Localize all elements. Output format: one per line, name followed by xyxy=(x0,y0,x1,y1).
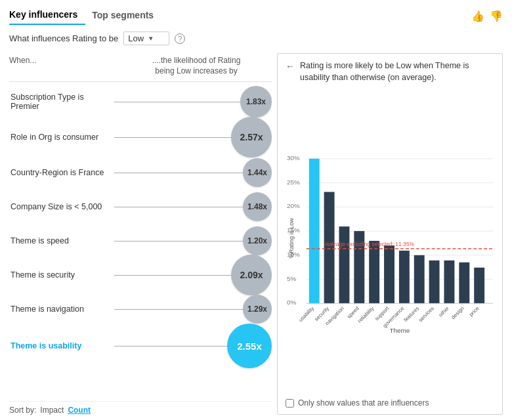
svg-text:0%: 0% xyxy=(287,299,297,306)
chevron-down-icon: ▾ xyxy=(149,34,153,43)
bar-other[interactable] xyxy=(444,261,454,304)
right-panel: ← Rating is more likely to be Low when T… xyxy=(277,53,503,415)
influencer-bubble: 2.09x xyxy=(231,255,272,295)
arrow-line xyxy=(114,173,243,173)
table-row[interactable]: Company Size is < 5,000 1.48x xyxy=(9,190,272,224)
filter-value: Low xyxy=(128,33,144,43)
svg-text:20%: 20% xyxy=(287,202,300,209)
svg-text:25%: 25% xyxy=(287,178,300,186)
sort-impact[interactable]: Impact xyxy=(40,406,64,415)
table-row[interactable]: Theme is navigation 1.29x xyxy=(9,292,272,326)
arrow-line xyxy=(114,346,227,346)
x-label-services: services xyxy=(417,305,435,323)
table-row[interactable]: Theme is security 2.09x xyxy=(9,258,272,292)
influencer-arrow-area: 1.83x xyxy=(114,89,272,115)
influencer-label: Theme is security xyxy=(9,270,114,280)
influencers-only-checkbox[interactable] xyxy=(286,399,294,408)
bar-chart-container: 30% 25% 20% 15% 10% 5% 0% %Rating is Low xyxy=(286,90,494,393)
x-label-price: price xyxy=(468,305,480,318)
bar-reliability[interactable] xyxy=(369,241,379,303)
svg-text:%Rating is Low: %Rating is Low xyxy=(288,218,295,259)
sort-count[interactable]: Count xyxy=(68,406,91,415)
influencer-label: Country-Region is France xyxy=(9,168,114,177)
bar-support[interactable] xyxy=(384,245,395,303)
table-row[interactable]: Subscription Type is Premier 1.83x xyxy=(9,85,272,119)
arrow-line xyxy=(114,275,231,276)
left-panel: When... ....the likelihood of Ratingbein… xyxy=(9,53,272,415)
col-when-header: When... xyxy=(9,56,121,76)
influencer-label: Theme is speed xyxy=(9,236,114,245)
back-arrow-icon[interactable]: ← xyxy=(286,61,295,72)
table-row[interactable]: Theme is speed 1.20x xyxy=(9,224,272,258)
influencer-arrow-area: 1.44x xyxy=(114,159,272,186)
influencer-list: Subscription Type is Premier 1.83x Role … xyxy=(9,85,272,398)
right-panel-title: Rating is more likely to be Low when The… xyxy=(300,60,494,83)
influencer-arrow-area: 1.48x xyxy=(114,194,272,220)
col-likelihood-header: ....the likelihood of Ratingbeing Low in… xyxy=(121,56,272,76)
arrow-line xyxy=(114,102,240,102)
arrow-line xyxy=(114,309,243,310)
bar-chart-svg: 30% 25% 20% 15% 10% 5% 0% %Rating is Low xyxy=(286,90,494,393)
table-row[interactable]: Theme is usability 2.55x xyxy=(9,326,272,366)
x-label-usability: usability xyxy=(297,305,315,323)
influencer-label: Role in Org is consumer xyxy=(9,133,114,142)
svg-text:5%: 5% xyxy=(287,275,297,282)
bar-security[interactable] xyxy=(324,192,335,303)
influencer-label: Subscription Type is Premier xyxy=(9,93,114,111)
bar-services[interactable] xyxy=(429,261,440,304)
influencer-bubble: 2.57x xyxy=(231,117,272,158)
influencer-arrow-area: 2.09x xyxy=(114,262,272,288)
table-row[interactable]: Country-Region is France 1.44x xyxy=(9,156,272,190)
influencer-bubble: 1.48x xyxy=(243,192,272,221)
bar-design[interactable] xyxy=(459,262,469,304)
average-line-label: Average excluding selected: 11.35% xyxy=(325,241,415,247)
x-label-reliability: reliability xyxy=(356,305,375,324)
arrow-line xyxy=(114,207,243,207)
tab-actions: 👍 👎 xyxy=(471,10,503,22)
x-axis-title: Theme xyxy=(389,327,410,334)
bar-navigation[interactable] xyxy=(339,226,349,303)
filter-row: What influences Rating to be Low ▾ ? xyxy=(9,32,503,45)
bar-features[interactable] xyxy=(414,255,425,304)
tab-key-influencers[interactable]: Key influencers xyxy=(9,7,85,25)
help-icon[interactable]: ? xyxy=(175,33,185,44)
x-label-features: features xyxy=(402,305,420,323)
main-area: When... ....the likelihood of Ratingbein… xyxy=(9,53,503,415)
bar-governance[interactable] xyxy=(399,251,410,303)
influencer-bubble: 2.55x xyxy=(227,324,272,368)
checkbox-row: Only show values that are influencers xyxy=(286,398,494,408)
influencer-bubble: 1.44x xyxy=(243,158,272,187)
filter-dropdown[interactable]: Low ▾ xyxy=(123,32,169,45)
arrow-line xyxy=(114,137,231,138)
x-label-design: design xyxy=(450,305,465,320)
influencer-bubble: 1.83x xyxy=(240,86,272,117)
filter-label: What influences Rating to be xyxy=(9,33,118,43)
bar-usability[interactable] xyxy=(309,159,320,304)
influencer-arrow-area: 2.55x xyxy=(114,333,272,359)
main-container: Key influencers Top segments 👍 👎 What in… xyxy=(0,0,512,420)
x-label-other: other xyxy=(438,305,450,318)
sort-label: Sort by: xyxy=(9,406,36,415)
chart-area: 30% 25% 20% 15% 10% 5% 0% %Rating is Low xyxy=(286,90,494,408)
arrow-line xyxy=(114,241,243,242)
table-row[interactable]: Role in Org is consumer 2.57x xyxy=(9,119,272,156)
influencer-arrow-area: 1.20x xyxy=(114,228,272,254)
bar-price[interactable] xyxy=(474,268,484,304)
influencer-label: Theme is usability xyxy=(9,341,114,350)
influencer-bubble: 1.20x xyxy=(243,226,272,255)
sort-row: Sort by: Impact Count xyxy=(9,401,272,415)
tabs-row: Key influencers Top segments 👍 👎 xyxy=(9,7,503,25)
influencer-arrow-area: 1.29x xyxy=(114,296,272,322)
influencers-only-label: Only show values that are influencers xyxy=(298,398,429,408)
left-header: When... ....the likelihood of Ratingbein… xyxy=(9,53,272,82)
influencer-label: Company Size is < 5,000 xyxy=(9,202,114,211)
influencer-label: Theme is navigation xyxy=(9,304,114,314)
right-panel-header: ← Rating is more likely to be Low when T… xyxy=(286,60,494,83)
svg-text:30%: 30% xyxy=(287,154,300,161)
influencer-bubble: 1.29x xyxy=(243,295,272,324)
thumbs-up-icon[interactable]: 👍 xyxy=(471,10,484,22)
influencer-arrow-area: 2.57x xyxy=(114,124,272,150)
tab-top-segments[interactable]: Top segments xyxy=(92,7,161,24)
thumbs-down-icon[interactable]: 👎 xyxy=(490,10,503,22)
